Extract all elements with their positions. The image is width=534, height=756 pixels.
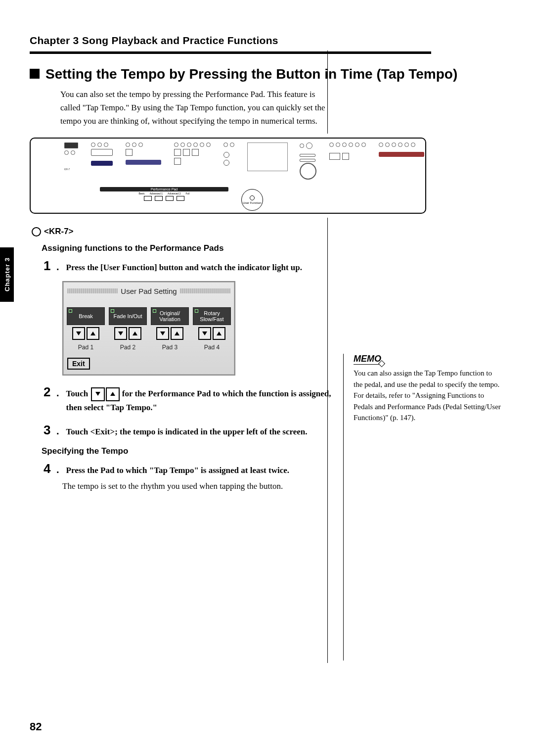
section-title: Setting the Tempo by Pressing the Button…: [45, 66, 457, 83]
page: Chapter 3 Song Playback and Practice Fun…: [0, 0, 534, 756]
arrow-up-icon[interactable]: [213, 327, 225, 340]
intro-column: You can also set the tempo by pressing t…: [60, 88, 337, 128]
user-function-circle: User Function: [241, 189, 263, 211]
step-3-text: Touch <Exit>; the tempo is indicated in …: [66, 425, 308, 438]
section-title-row: Setting the Tempo by Pressing the Button…: [30, 66, 504, 83]
hardware-panel-figure: KR-7: [30, 138, 426, 214]
lcd-pad-cell[interactable]: Fade In/Out: [109, 307, 147, 325]
step-1-text: Press the [User Function] button and wat…: [66, 261, 302, 274]
header-rule: [30, 51, 431, 54]
perf-btn-label: Basic: [138, 192, 144, 195]
lcd-pad-col: Break Pad 1: [67, 307, 104, 351]
user-function-label: User Function: [243, 201, 261, 204]
intro-paragraph: You can also set the tempo by pressing t…: [60, 88, 327, 128]
step-number: 3: [44, 423, 54, 438]
step-number: 4: [44, 461, 54, 476]
step-1: 1. Press the [User Function] button and …: [44, 258, 335, 274]
model-label: KR-7: [64, 168, 78, 171]
arrow-up-icon: [106, 387, 120, 401]
square-bullet-icon: [30, 69, 40, 79]
lcd-pad-cell[interactable]: Break: [67, 307, 105, 325]
arrow-down-icon[interactable]: [72, 327, 85, 340]
lcd-pad-cell[interactable]: Rotary Slow/Fast: [193, 307, 231, 325]
lcd-pad-col: Rotary Slow/Fast Pad 4: [193, 307, 230, 351]
step-3: 3. Touch <Exit>; the tempo is indicated …: [44, 423, 335, 438]
arrow-down-icon[interactable]: [198, 327, 211, 340]
lcd-title-decoration-icon: [67, 288, 118, 293]
lcd-pad-label: Pad 4: [204, 344, 220, 351]
memo-column: MEMO You can also assign the Tap Tempo f…: [343, 354, 502, 661]
perf-pad-button: [155, 196, 163, 201]
performance-pad-label: Performance Pad: [100, 187, 228, 191]
memo-heading: MEMO: [354, 354, 383, 365]
kr7-heading: <KR-7>: [32, 227, 504, 236]
lcd-pad-col: Original/ Variation Pad 3: [151, 307, 188, 351]
subheading-assigning: Assigning functions to the Performance P…: [42, 243, 504, 253]
memo-text: You can also assign the Tap Tempo functi…: [354, 368, 502, 424]
step-number: 1: [44, 258, 54, 274]
lcd-title-decoration-icon: [180, 288, 230, 293]
step-4: 4. Press the Pad to which "Tap Tempo" is…: [44, 461, 335, 477]
column-divider-upper: [327, 50, 328, 134]
arrow-down-icon: [91, 387, 105, 401]
lcd-title: User Pad Setting: [121, 287, 177, 295]
perf-pad-button: [177, 196, 184, 201]
lcd-pad-label: Pad 2: [120, 344, 135, 351]
lcd-pad-label: Pad 1: [78, 344, 93, 351]
step-2-text-a: Touch: [66, 389, 90, 398]
step-number: 2: [44, 384, 54, 400]
arrow-up-icon[interactable]: [171, 327, 183, 340]
lcd-user-pad-setting: User Pad Setting Break Pad 1 Fade In/Out…: [62, 281, 235, 376]
lcd-exit-button[interactable]: Exit: [67, 358, 90, 370]
performance-pad-callout: Performance Pad Basic Advanced 1 Advance…: [100, 187, 228, 211]
step-2-text: Touch for the Performance Pad to which t…: [66, 387, 335, 414]
arrow-up-icon[interactable]: [129, 327, 141, 340]
step-2: 2. Touch for the Performance Pad to whic…: [44, 384, 335, 414]
arrow-down-icon[interactable]: [114, 327, 127, 340]
circle-bullet-icon: [32, 227, 41, 236]
perf-btn-label: Advanced 1: [150, 192, 163, 195]
lcd-pad-col: Fade In/Out Pad 2: [109, 307, 146, 351]
step-4-subtext: The tempo is set to the rhythm you used …: [62, 479, 339, 493]
arrow-up-icon[interactable]: [87, 327, 99, 340]
arrow-down-icon[interactable]: [156, 327, 169, 340]
lcd-pad-label: Pad 3: [162, 344, 178, 351]
column-divider-lower: [327, 218, 328, 663]
chapter-side-tab: Chapter 3: [0, 247, 14, 302]
lcd-pad-cell[interactable]: Original/ Variation: [151, 307, 189, 325]
lcd-pad-row: Break Pad 1 Fade In/Out Pad 2 Original/ …: [67, 307, 230, 351]
perf-btn-label: Advanced 2: [168, 192, 180, 195]
perf-btn-label: Full: [186, 192, 190, 195]
perf-pad-button: [144, 196, 152, 201]
kr7-label: <KR-7>: [44, 227, 74, 236]
page-number: 82: [30, 720, 42, 733]
perf-pad-button: [166, 196, 174, 201]
step-4-text: Press the Pad to which "Tap Tempo" is as…: [66, 464, 289, 477]
chapter-header: Chapter 3 Song Playback and Practice Fun…: [30, 35, 504, 47]
